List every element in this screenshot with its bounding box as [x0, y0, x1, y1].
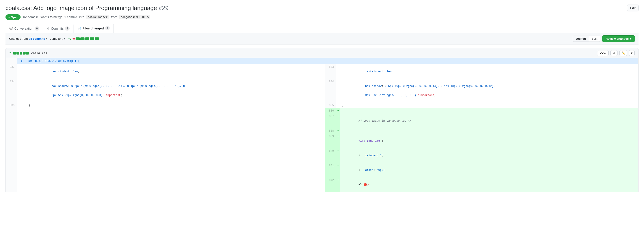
right-line-num: 840 [325, 148, 336, 163]
status-badge-label: Open [11, 15, 18, 19]
table-row: 842 + +} 🔴↵ [6, 178, 638, 192]
file-additions: 7 [9, 51, 11, 55]
table-row: 833 text-indent: 1em; 833 text-indent: 1… [6, 64, 638, 79]
table-row: 834 box-shadow: 0 6px 10px 0 rgba(0, 0, … [6, 79, 638, 103]
right-line-content: box-shadow: 0 6px 10px 0 rgba(0, 0, 0, 0… [340, 79, 638, 103]
right-line-content [340, 128, 638, 134]
right-line-num: 836 [325, 108, 336, 114]
right-line-content: +} 🔴↵ [340, 178, 638, 192]
file-header: 7 coala.css View 🖥 ✏️ ▾ [6, 48, 638, 58]
stat-sq-4 [23, 52, 26, 54]
changes-from: Changes from all commits ▾ [9, 37, 47, 40]
pr-number: #29 [159, 4, 168, 11]
left-line-num: 835 [6, 103, 17, 108]
diff-toolbar-left: Changes from all commits ▾ Jump to... ▾ … [9, 37, 99, 40]
right-line-content: /* Logo-image in Language tab */ [340, 114, 638, 128]
right-line-content: } [340, 103, 638, 108]
table-row: 839 + +img.lang-img { [6, 134, 638, 148]
pr-status-row: ⑃ Open sangamcse wants to merge 1 commit… [6, 14, 638, 20]
view-file-button[interactable]: View [597, 50, 608, 56]
source-branch[interactable]: sangamcse:LOGOCSS [119, 15, 150, 19]
stat-block-2 [80, 37, 84, 40]
right-line-num: 834 [325, 79, 336, 103]
tab-conversation-count: 0 [35, 26, 40, 30]
right-plus-minus [336, 103, 340, 108]
tab-conversation[interactable]: 💬 Conversation 0 [6, 24, 43, 33]
right-line-num: 838 [325, 128, 336, 134]
right-plus-minus: + [336, 134, 340, 148]
stat-sq-5 [26, 52, 29, 54]
diff-toolbar: Changes from all commits ▾ Jump to... ▾ … [6, 33, 638, 44]
jump-to[interactable]: Jump to... ▾ [50, 37, 65, 40]
stat-block-3 [85, 37, 89, 40]
right-line-content: text-indent: 1em; [340, 64, 638, 79]
target-branch[interactable]: coala:master [86, 15, 109, 19]
tab-files-label: Files changed [82, 26, 104, 30]
tab-conversation-label: Conversation [14, 27, 33, 30]
tab-commits-count: 1 [65, 26, 70, 30]
all-commits-link[interactable]: all commits [29, 37, 45, 40]
left-plus-minus [17, 163, 26, 178]
stat-block-1 [76, 37, 80, 40]
all-commits-dropdown-arrow[interactable]: ▾ [46, 37, 47, 40]
right-line-content [340, 108, 638, 114]
open-badge: ⑃ Open [6, 14, 20, 20]
diff-toolbar-right: Unified Split Review changes ▾ [573, 35, 635, 42]
file-actions: View 🖥 ✏️ ▾ [597, 50, 635, 56]
files-icon: 📄 [78, 27, 81, 30]
file-stat-count: 7 [9, 51, 11, 55]
left-plus-minus [17, 178, 26, 192]
file-stat-blocks [13, 52, 29, 54]
tab-commits[interactable]: ⊙ Commits 1 [43, 24, 74, 33]
hunk-info-text: @@ -833,3 +833,10 @@ a.chip i { [28, 59, 80, 63]
hunk-left-num [6, 58, 17, 64]
table-row: 838 + [6, 128, 638, 134]
stat-block-4 [90, 37, 94, 40]
left-line-content [26, 178, 325, 192]
right-line-content: + width: 50px; [340, 163, 638, 178]
right-line-content: + z-index: 1; [340, 148, 638, 163]
right-plus-minus [336, 64, 340, 79]
left-line-content [26, 108, 325, 114]
left-line-content: box-shadow: 0 6px 10px 0 rgba(0, 0, 0, 0… [26, 79, 325, 103]
review-changes-button[interactable]: Review changes ▾ [602, 35, 635, 42]
left-plus-minus [17, 148, 26, 163]
review-changes-label: Review changes [606, 37, 629, 40]
left-line-content: text-indent: 1em; [26, 64, 325, 79]
right-plus-minus: + [336, 128, 340, 134]
left-line-content: } [26, 103, 325, 108]
hunk-expand-icon[interactable]: ⚙ [17, 58, 26, 64]
table-row: 836 + [6, 108, 638, 114]
pr-title-row: coala.css: Add logo image icon of Progra… [6, 4, 638, 12]
left-line-num [6, 148, 17, 163]
changes-from-text: Changes from [9, 37, 28, 40]
right-line-num: 839 [325, 134, 336, 148]
right-plus-minus: + [336, 163, 340, 178]
collapse-button[interactable]: ▾ [629, 50, 635, 56]
left-plus-minus [17, 108, 26, 114]
left-line-num [6, 128, 17, 134]
display-mode-button[interactable]: 🖥 [610, 50, 618, 56]
jump-to-label: Jump to... [50, 37, 63, 40]
view-toggle: Unified Split [573, 36, 600, 42]
right-plus-minus: + [336, 108, 340, 114]
tabs-row: 💬 Conversation 0 ⊙ Commits 1 📄 Files cha… [6, 23, 638, 33]
tab-commits-label: Commits [51, 27, 64, 30]
right-line-num: 833 [325, 64, 336, 79]
edit-file-button[interactable]: ✏️ [619, 50, 627, 56]
table-row: 837 + /* Logo-image in Language tab */ [6, 114, 638, 128]
from-text: from [111, 15, 118, 19]
right-plus-minus [336, 79, 340, 103]
unified-btn[interactable]: Unified [573, 36, 589, 41]
tab-files-changed[interactable]: 📄 Files changed 1 [74, 24, 114, 33]
edit-button[interactable]: Edit [627, 4, 638, 11]
left-line-num [6, 178, 17, 192]
commits-count: 1 commit [64, 15, 78, 19]
diff-hunk-row: ⚙ @@ -833,3 +833,10 @@ a.chip i { [6, 58, 638, 64]
left-line-num [6, 108, 17, 114]
left-line-num: 833 [6, 64, 17, 79]
left-line-content [26, 148, 325, 163]
split-btn[interactable]: Split [589, 36, 600, 41]
hunk-icon[interactable]: ⚙ [20, 59, 24, 63]
table-row: 840 + + z-index: 1; [6, 148, 638, 163]
